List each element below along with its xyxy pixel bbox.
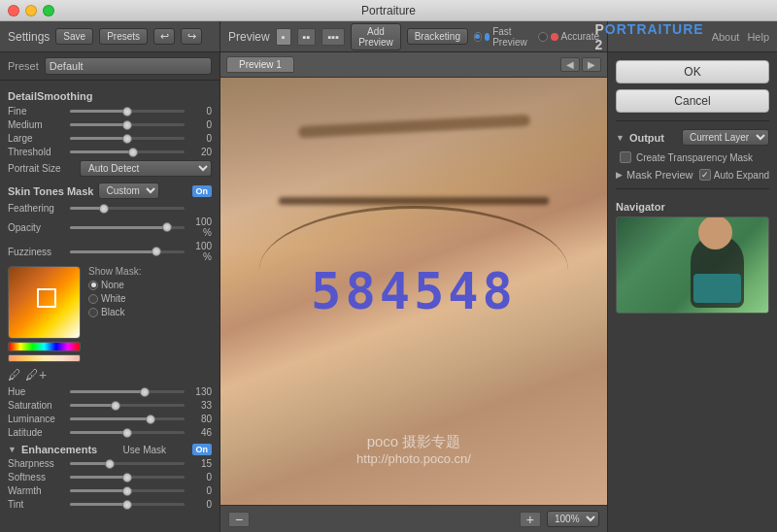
cancel-button[interactable]: Cancel xyxy=(616,89,769,113)
undo-button[interactable]: ↩ xyxy=(153,28,175,45)
overlay-number: 584548 xyxy=(311,262,517,320)
fine-track[interactable] xyxy=(70,110,185,113)
luminance-track[interactable] xyxy=(70,417,185,420)
portrait-size-select[interactable]: Auto Detect xyxy=(80,160,212,177)
warmth-track[interactable] xyxy=(70,489,185,492)
mask-preview-label: Mask Preview xyxy=(626,169,693,181)
output-label: Output xyxy=(629,132,664,144)
saturation-track[interactable] xyxy=(70,404,185,407)
eyelashes xyxy=(279,197,550,205)
about-link[interactable]: About xyxy=(712,31,740,43)
fine-slider-row: Fine 0 xyxy=(8,106,212,116)
create-transparency-checkbox[interactable] xyxy=(620,151,631,163)
radio-none-label: None xyxy=(101,280,124,290)
skin-on-badge[interactable]: On xyxy=(192,185,213,197)
nav-arrows: ◀ ▶ xyxy=(560,57,601,72)
redo-button[interactable]: ↪ xyxy=(181,28,202,45)
split-view-button[interactable]: ▪▪ xyxy=(297,28,317,46)
medium-track[interactable] xyxy=(70,123,185,126)
preset-label: Preset xyxy=(8,60,39,72)
logo-highlight: ORTRAITURE xyxy=(605,21,704,37)
zoom-select[interactable]: 100% 50% 200% xyxy=(547,511,599,527)
nav-scarf xyxy=(693,274,741,303)
large-label: Large xyxy=(8,133,66,144)
single-view-button[interactable]: ▪ xyxy=(276,28,291,46)
accurate-option[interactable]: Accurate xyxy=(538,31,599,42)
tint-track[interactable] xyxy=(70,503,185,506)
add-preview-button[interactable]: Add Preview xyxy=(351,23,401,50)
hue-track[interactable] xyxy=(70,390,185,393)
latitude-track[interactable] xyxy=(70,431,185,434)
portrait-size-row: Portrait Size Auto Detect xyxy=(8,160,212,177)
settings-label: Settings xyxy=(8,30,50,44)
output-row: ▼ Output Current Layer New Layer xyxy=(616,129,769,146)
zoom-out-button[interactable]: − xyxy=(228,512,250,527)
opacity-value: 100 % xyxy=(188,216,212,238)
maximize-button[interactable] xyxy=(43,5,54,17)
preview-tab-1[interactable]: Preview 1 xyxy=(226,56,294,73)
triple-view-button[interactable]: ▪▪▪ xyxy=(321,28,345,46)
ok-button[interactable]: OK xyxy=(616,60,769,83)
radio-none-dot[interactable] xyxy=(88,281,98,290)
fuzziness-track[interactable] xyxy=(70,250,185,253)
radio-black[interactable]: Black xyxy=(88,307,141,317)
feathering-track[interactable] xyxy=(70,207,185,210)
hue-bar[interactable] xyxy=(8,342,81,351)
opacity-label: Opacity xyxy=(8,222,66,233)
eyedropper-plus-icon[interactable]: 🖊+ xyxy=(25,367,47,382)
opacity-track[interactable] xyxy=(70,226,185,229)
navigator-thumbnail[interactable] xyxy=(616,216,769,314)
luminance-value: 80 xyxy=(188,414,212,424)
watermark: poco 摄影专题 http://photo.poco.cn/ xyxy=(356,433,471,466)
enhancements-collapse[interactable]: ▼ xyxy=(8,445,17,454)
minimize-button[interactable] xyxy=(25,5,37,17)
eyedropper-row: 🖊 🖊+ xyxy=(8,367,81,382)
enhancements-on-badge[interactable]: On xyxy=(192,444,213,455)
mask-preview-collapse[interactable]: ▶ xyxy=(616,170,623,180)
nav-person-body xyxy=(691,235,744,308)
output-layer-select[interactable]: Current Layer New Layer xyxy=(682,129,769,146)
fast-preview-dot xyxy=(485,33,490,41)
softness-track[interactable] xyxy=(70,476,185,479)
window-title: Portraiture xyxy=(361,4,416,17)
radio-white-dot[interactable] xyxy=(88,294,98,304)
softness-slider-row: Softness 0 xyxy=(8,472,212,482)
right-panel: PORTRAITURE 2 About Help OK Cancel ▼ Out… xyxy=(607,21,777,532)
help-link[interactable]: Help xyxy=(747,31,769,43)
skin-preset-select[interactable]: Custom xyxy=(98,183,159,199)
preset-select[interactable]: Default xyxy=(45,57,212,75)
threshold-track[interactable] xyxy=(70,150,185,153)
navigator-label: Navigator xyxy=(616,201,769,213)
large-track[interactable] xyxy=(70,137,185,140)
fast-preview-option[interactable]: Fast Preview xyxy=(474,26,532,48)
save-button[interactable]: Save xyxy=(55,28,93,45)
radio-black-dot[interactable] xyxy=(88,308,98,317)
navigator-section: Navigator xyxy=(616,201,769,314)
radio-white[interactable]: White xyxy=(88,293,141,304)
zoom-in-button[interactable]: + xyxy=(520,512,541,527)
output-collapse-icon[interactable]: ▼ xyxy=(616,133,625,143)
softness-value: 0 xyxy=(188,472,212,482)
color-picker[interactable] xyxy=(8,266,81,339)
eyedropper-icon[interactable]: 🖊 xyxy=(8,367,21,382)
large-value: 0 xyxy=(188,133,212,144)
auto-expand-check: Auto Expand xyxy=(699,169,769,181)
next-arrow[interactable]: ▶ xyxy=(582,57,601,72)
medium-label: Medium xyxy=(8,119,66,130)
close-button[interactable] xyxy=(8,5,19,17)
bracketing-button[interactable]: Bracketing xyxy=(407,28,468,45)
auto-expand-checkbox[interactable] xyxy=(699,169,711,181)
sharpness-slider-row: Sharpness 15 xyxy=(8,458,212,469)
preview-tabs: Preview 1 ◀ ▶ xyxy=(220,52,607,78)
prev-arrow[interactable]: ◀ xyxy=(560,57,580,72)
right-toolbar: PORTRAITURE 2 About Help xyxy=(608,21,777,52)
warmth-value: 0 xyxy=(188,485,212,496)
fast-preview-radio[interactable] xyxy=(474,32,482,42)
presets-button[interactable]: Presets xyxy=(99,28,148,45)
skin-swatches[interactable] xyxy=(8,354,81,362)
sharpness-track[interactable] xyxy=(70,462,185,465)
fuzziness-value: 100 % xyxy=(188,241,212,262)
radio-none[interactable]: None xyxy=(88,280,141,290)
accurate-radio[interactable] xyxy=(538,32,548,42)
saturation-label: Saturation xyxy=(8,400,66,411)
